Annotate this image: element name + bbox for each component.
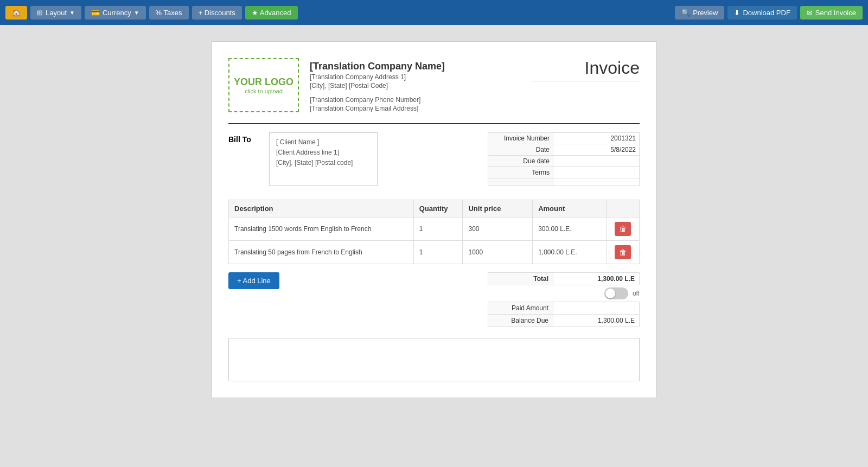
company-address2: [City], [State] [Postal Code]: [310, 82, 445, 89]
bill-section: Bill To [ Client Name ] [Client Address …: [228, 132, 640, 186]
meta-row-extra2: [488, 182, 640, 186]
row2-delete-cell: 🗑: [607, 241, 640, 264]
invoice-header: YOUR LOGO click to upload [Translation C…: [228, 58, 640, 112]
total-value: 1,300.00 L.E: [553, 273, 640, 285]
bill-to-content[interactable]: [ Client Name ] [Client Address line 1] …: [269, 132, 378, 186]
discounts-label: + Discounts: [199, 9, 235, 17]
taxes-label: % Taxes: [156, 9, 182, 17]
totals-area: Total 1,300.00 L.E off Paid Amount: [488, 272, 640, 327]
logo-subtext: click to upload: [245, 88, 283, 94]
extra1-label: [488, 178, 553, 182]
row2-description[interactable]: Translating 50 pages from French to Engl…: [229, 241, 414, 264]
toggle-knob: [605, 289, 615, 298]
toggle-row: off: [488, 285, 640, 302]
invoice-number-value: 2001321: [553, 133, 640, 144]
date-value: 5/8/2022: [553, 144, 640, 156]
notes-area[interactable]: [228, 338, 640, 381]
search-icon: 🔍: [681, 9, 690, 17]
add-line-button[interactable]: + Add Line: [228, 272, 279, 289]
paid-amount-value[interactable]: [553, 302, 640, 315]
download-label: Download PDF: [743, 9, 790, 17]
balance-due-label: Balance Due: [488, 315, 553, 327]
taxes-button[interactable]: % Taxes: [149, 6, 189, 20]
row1-delete-cell: 🗑: [607, 217, 640, 241]
meta-row-invoice-number: Invoice Number 2001321: [488, 133, 640, 144]
meta-row-date: Date 5/8/2022: [488, 144, 640, 156]
row2-delete-button[interactable]: 🗑: [615, 245, 631, 259]
invoice-title: Invoice: [531, 58, 640, 81]
balance-due-row: Balance Due 1,300.00 L.E: [488, 315, 640, 327]
toolbar-right: 🔍 Preview ⬇ Download PDF ✉ Send Invoice: [675, 6, 863, 20]
row2-unit-price[interactable]: 1000: [463, 241, 533, 264]
invoice-paper: YOUR LOGO click to upload [Translation C…: [212, 41, 656, 398]
bill-to-label: Bill To: [228, 132, 261, 186]
row1-description[interactable]: Translating 1500 words From English to F…: [229, 217, 414, 241]
terms-label: Terms: [488, 167, 553, 178]
home-button[interactable]: 🏠: [5, 6, 27, 20]
col-description-header: Description: [229, 200, 414, 217]
bill-to-area: Bill To [ Client Name ] [Client Address …: [228, 132, 477, 186]
row1-quantity[interactable]: 1: [413, 217, 463, 241]
header-divider: [228, 123, 640, 124]
items-header-row: Description Quantity Unit price Amount: [229, 200, 640, 217]
total-row: Total 1,300.00 L.E: [488, 273, 640, 285]
due-date-value[interactable]: [553, 156, 640, 167]
download-icon: ⬇: [734, 9, 740, 17]
discounts-button[interactable]: + Discounts: [192, 6, 242, 20]
row2-amount: 1,000.00 L.E.: [533, 241, 607, 264]
due-date-label: Due date: [488, 156, 553, 167]
meta-row-due-date: Due date: [488, 156, 640, 167]
paid-amount-toggle[interactable]: [604, 287, 628, 299]
paid-amount-label: Paid Amount: [488, 302, 553, 315]
invoice-number-label: Invoice Number: [488, 133, 553, 144]
preview-label: Preview: [693, 9, 718, 17]
terms-value[interactable]: [553, 167, 640, 178]
row1-unit-price[interactable]: 300: [463, 217, 533, 241]
currency-caret: ▼: [134, 10, 139, 16]
bottom-section: + Add Line Total 1,300.00 L.E off: [228, 272, 640, 327]
currency-label: Currency: [103, 9, 131, 17]
extra1-value[interactable]: [553, 178, 640, 182]
logo-upload-box[interactable]: YOUR LOGO click to upload: [228, 58, 299, 112]
totals-table: Total 1,300.00 L.E: [488, 272, 640, 285]
preview-button[interactable]: 🔍 Preview: [675, 6, 724, 20]
items-table-body: Translating 1500 words From English to F…: [229, 217, 640, 264]
row2-quantity[interactable]: 1: [413, 241, 463, 264]
meta-table: Invoice Number 2001321 Date 5/8/2022 Due…: [488, 132, 640, 186]
company-phone: [Translation Company Phone Number]: [310, 96, 445, 104]
meta-row-extra1: [488, 178, 640, 182]
company-email: [Translation Company Email Address]: [310, 105, 445, 112]
advanced-label: ★ Advanced: [252, 9, 291, 17]
row1-delete-button[interactable]: 🗑: [615, 222, 631, 236]
layout-button[interactable]: ⊞ Layout ▼: [30, 6, 81, 20]
table-row: Translating 1500 words From English to F…: [229, 217, 640, 241]
currency-button[interactable]: 💳 Currency ▼: [85, 6, 146, 20]
send-icon: ✉: [807, 9, 813, 17]
total-label: Total: [488, 273, 553, 285]
balance-due-value: 1,300.00 L.E: [553, 315, 640, 327]
layout-label: Layout: [46, 9, 67, 17]
company-name: [Translation Company Name]: [310, 61, 445, 72]
client-address2: [City], [State] [Postal code]: [276, 158, 371, 168]
meta-row-terms: Terms: [488, 167, 640, 178]
toolbar: 🏠 ⊞ Layout ▼ 💳 Currency ▼ % Taxes + Disc…: [0, 0, 868, 25]
extra2-value[interactable]: [553, 182, 640, 186]
col-quantity-header: Quantity: [413, 200, 463, 217]
company-info: [Translation Company Name] [Translation …: [310, 58, 445, 112]
invoice-meta: Invoice Number 2001321 Date 5/8/2022 Due…: [488, 132, 640, 186]
currency-icon: 💳: [91, 9, 100, 17]
col-unit-price-header: Unit price: [463, 200, 533, 217]
logo-text: YOUR LOGO: [234, 76, 293, 88]
col-amount-header: Amount: [533, 200, 607, 217]
header-right: Invoice: [531, 58, 640, 81]
bottom-left: + Add Line: [228, 272, 279, 289]
client-address1: [Client Address line 1]: [276, 148, 371, 158]
download-button[interactable]: ⬇ Download PDF: [727, 6, 796, 20]
client-name: [ Client Name ]: [276, 137, 371, 148]
send-invoice-button[interactable]: ✉ Send Invoice: [800, 6, 863, 20]
main-area: YOUR LOGO click to upload [Translation C…: [0, 25, 868, 467]
col-action-header: [607, 200, 640, 217]
advanced-button[interactable]: ★ Advanced: [245, 6, 298, 20]
extra2-label: [488, 182, 553, 186]
send-label: Send Invoice: [815, 9, 856, 17]
